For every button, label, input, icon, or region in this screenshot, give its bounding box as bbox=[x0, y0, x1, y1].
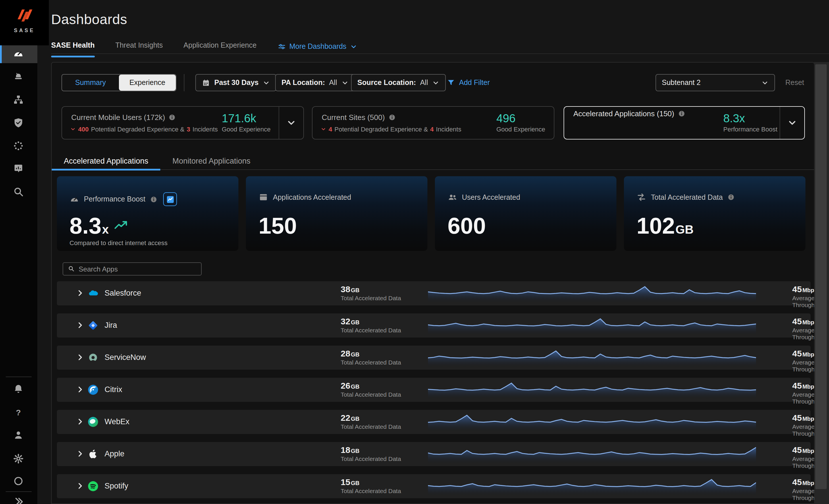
expand-chevron-icon[interactable] bbox=[787, 118, 797, 128]
kpi-expand-divider bbox=[279, 107, 279, 139]
kpi-title: Current Mobile Users (172k) bbox=[71, 113, 165, 122]
throughput-sparkline bbox=[428, 285, 756, 303]
search-icon bbox=[68, 265, 75, 273]
throughput-sparkline bbox=[428, 478, 756, 495]
throughput-sparkline bbox=[428, 382, 756, 399]
dashboard-tabs: SASE Health Threat Insights Application … bbox=[51, 39, 357, 54]
sidebar-divider-top bbox=[6, 377, 32, 377]
throughput-sparkline bbox=[428, 317, 756, 335]
tab-application-experience[interactable]: Application Experience bbox=[184, 41, 256, 52]
expand-chevron-icon[interactable] bbox=[286, 118, 296, 128]
summary-toggle-button[interactable]: Summary bbox=[62, 75, 119, 91]
page-title: Dashboards bbox=[51, 11, 127, 28]
kpi-expand-divider bbox=[780, 107, 780, 139]
help-question-icon[interactable]: ? bbox=[13, 407, 24, 419]
security-shield-icon[interactable] bbox=[13, 117, 24, 128]
table-row[interactable]: Spotify 15GB Total Accelerated Data 45Mb… bbox=[57, 474, 810, 498]
accelerated-data-label: Total Accelerated Data bbox=[341, 359, 401, 366]
search-nav-icon[interactable] bbox=[13, 186, 24, 197]
throughput-value: 45Mbps bbox=[792, 381, 818, 390]
source-location-dropdown[interactable]: Source Location: All bbox=[351, 74, 446, 91]
info-icon[interactable] bbox=[169, 114, 176, 121]
throughput-value: 45Mbps bbox=[792, 445, 818, 455]
info-icon[interactable] bbox=[678, 110, 685, 117]
reset-filters-button[interactable]: Reset bbox=[785, 74, 804, 91]
app-search bbox=[63, 262, 202, 275]
status-circle-icon[interactable] bbox=[13, 475, 24, 487]
kpi-card-accelerated-apps[interactable]: Accelerated Applications (150) 8.3x Perf… bbox=[564, 106, 805, 140]
accelerated-data-value: 38GB bbox=[341, 284, 359, 294]
collapse-chevrons-icon[interactable] bbox=[13, 496, 24, 504]
tab-threat-insights[interactable]: Threat Insights bbox=[115, 41, 163, 52]
funnel-icon bbox=[447, 79, 455, 87]
application-list: Salesforce 38GB Total Accelerated Data 4… bbox=[57, 281, 810, 504]
calendar-icon bbox=[202, 78, 210, 87]
kpi-value-label: Performance Boost bbox=[723, 126, 777, 132]
settings-gear-icon[interactable] bbox=[13, 453, 24, 464]
add-filter-button[interactable]: Add Filter bbox=[447, 74, 490, 91]
alerts-siren-icon[interactable] bbox=[13, 71, 24, 82]
subtenant-dropdown[interactable]: Subtenant 2 bbox=[655, 74, 775, 91]
kpi-value-label: Good Experience bbox=[222, 126, 271, 132]
user-profile-icon[interactable] bbox=[13, 429, 24, 441]
info-icon[interactable] bbox=[727, 193, 735, 201]
expand-row-chevron-icon[interactable] bbox=[76, 353, 84, 362]
network-topology-icon[interactable] bbox=[13, 94, 24, 106]
kpi-value: 8.3x bbox=[723, 112, 745, 125]
notifications-bell-icon[interactable] bbox=[13, 383, 24, 395]
reports-icon[interactable] bbox=[13, 163, 24, 175]
expand-row-chevron-icon[interactable] bbox=[76, 385, 84, 394]
transfer-arrows-icon bbox=[637, 192, 646, 202]
search-apps-input[interactable] bbox=[79, 265, 196, 273]
accelerated-data-value: 26GB bbox=[341, 381, 359, 390]
users-icon bbox=[447, 192, 457, 202]
table-row[interactable]: WebEx 22GB Total Accelerated Data 45Mbps… bbox=[57, 410, 810, 434]
expand-row-chevron-icon[interactable] bbox=[76, 321, 84, 329]
app-name: Spotify bbox=[105, 481, 129, 490]
svg-text:?: ? bbox=[16, 408, 21, 417]
apple-icon bbox=[87, 448, 99, 460]
chart-view-button[interactable] bbox=[163, 192, 177, 206]
more-dashboards-menu[interactable]: More Dashboards bbox=[277, 42, 357, 51]
expand-row-chevron-icon[interactable] bbox=[76, 289, 84, 297]
expand-row-chevron-icon[interactable] bbox=[76, 450, 84, 458]
kpi-value: 496 bbox=[496, 112, 516, 125]
kpi-card-mobile-users[interactable]: Current Mobile Users (172k) 400 Potentia… bbox=[62, 106, 304, 140]
sidebar-item-dashboards[interactable] bbox=[0, 45, 37, 63]
pa-location-dropdown[interactable]: PA Location: All bbox=[275, 74, 355, 91]
time-range-dropdown[interactable]: Past 30 Days bbox=[195, 74, 276, 91]
jira-icon bbox=[87, 319, 99, 332]
tab-sase-health[interactable]: SASE Health bbox=[51, 41, 95, 52]
kpi-card-sites[interactable]: Current Sites (500) 4 Potential Degraded… bbox=[312, 106, 554, 140]
info-icon[interactable] bbox=[388, 114, 396, 121]
scrollbar-thumb[interactable] bbox=[815, 64, 827, 489]
metric-card-total-accelerated-data: Total Accelerated Data 102GB bbox=[624, 176, 805, 251]
scrollbar-track[interactable] bbox=[814, 62, 829, 504]
table-row[interactable]: Jira 32GB Total Accelerated Data 45Mbps … bbox=[57, 313, 810, 338]
table-row[interactable]: Citrix 26GB Total Accelerated Data 45Mbp… bbox=[57, 378, 810, 402]
trend-down-icon bbox=[321, 126, 326, 132]
throughput-value: 45Mbps bbox=[792, 477, 818, 487]
segments-dots-icon[interactable] bbox=[13, 140, 24, 152]
application-tabs: Accelerated Applications Monitored Appli… bbox=[52, 153, 814, 170]
experience-toggle-button[interactable]: Experience bbox=[119, 75, 176, 91]
info-icon[interactable] bbox=[150, 195, 157, 203]
pagination-bar: 20 Apps / page Page 1 of 143 bbox=[52, 501, 815, 504]
tab-monitored-applications[interactable]: Monitored Applications bbox=[160, 153, 262, 169]
table-row[interactable]: Apple 18GB Total Accelerated Data 45Mbps… bbox=[57, 442, 810, 466]
brand-logo-text: SASE bbox=[0, 28, 49, 33]
table-row[interactable]: ServiceNow 28GB Total Accelerated Data 4… bbox=[57, 346, 810, 370]
tab-accelerated-applications[interactable]: Accelerated Applications bbox=[52, 153, 160, 169]
app-name: Salesforce bbox=[105, 289, 141, 297]
expand-row-chevron-icon[interactable] bbox=[76, 481, 84, 490]
table-row[interactable]: Salesforce 38GB Total Accelerated Data 4… bbox=[57, 281, 810, 305]
trend-down-icon bbox=[70, 126, 76, 132]
chevron-down-icon bbox=[350, 43, 357, 50]
accelerated-data-value: 18GB bbox=[341, 445, 359, 455]
tabs-bottom-border bbox=[51, 53, 829, 54]
throughput-sparkline bbox=[428, 414, 756, 431]
metric-card-applications-accelerated: Applications Accelerated 150 bbox=[246, 176, 427, 251]
sliders-filter-icon bbox=[277, 42, 286, 51]
citrix-icon bbox=[87, 383, 99, 396]
expand-row-chevron-icon[interactable] bbox=[76, 417, 84, 426]
